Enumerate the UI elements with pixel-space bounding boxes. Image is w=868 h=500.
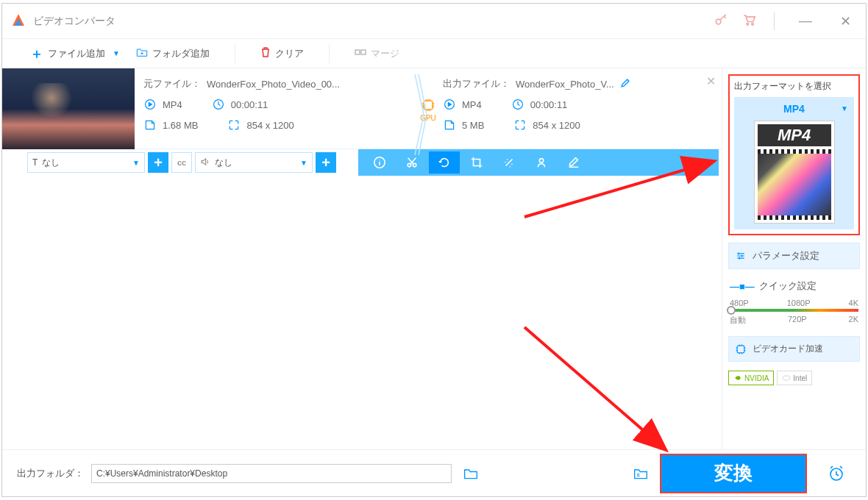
output-size: 5 MB	[462, 120, 484, 131]
param-label: パラメータ設定	[753, 249, 819, 262]
resolution-icon	[227, 118, 241, 132]
browse-folder-button[interactable]	[459, 462, 483, 485]
file-item: 元ファイル： WonderFox_Photo_Video_00... MP4 0…	[2, 68, 722, 149]
close-button[interactable]: ✕	[832, 8, 858, 35]
quality-4k: 4K	[849, 299, 858, 307]
clock-icon	[511, 98, 524, 111]
svg-point-2	[752, 23, 754, 25]
filesize-icon	[143, 118, 157, 132]
source-size: 1.68 MB	[163, 120, 198, 131]
edit-toolbar: T なし ▼ + cc なし ▼ +	[2, 149, 722, 176]
clock-icon	[212, 98, 225, 111]
svg-point-1	[747, 23, 749, 25]
add-folder-label: フォルダ追加	[152, 47, 210, 60]
alarm-button[interactable]	[822, 459, 851, 488]
remove-file-button[interactable]: ✕	[706, 74, 716, 88]
filesize-icon	[443, 118, 456, 132]
dash-icon: —■—	[730, 281, 755, 292]
watermark-button[interactable]	[526, 151, 557, 174]
bottom-bar: 出力フォルダ： 変換	[2, 449, 866, 496]
parameter-settings-button[interactable]: パラメータ設定	[728, 243, 860, 269]
video-thumbnail[interactable]	[2, 68, 135, 149]
effects-button[interactable]	[494, 151, 524, 174]
source-format: MP4	[163, 99, 182, 110]
chevron-down-icon: ▼	[841, 104, 848, 113]
format-panel: 出力フォーマットを選択 MP4 ▼ MP4	[728, 74, 860, 235]
crop-button[interactable]	[461, 151, 492, 174]
output-resolution: 854 x 1200	[533, 120, 580, 131]
svg-point-15	[783, 376, 791, 380]
source-duration: 00:00:11	[231, 99, 268, 110]
source-file-label: 元ファイル：	[143, 77, 201, 90]
slider-thumb[interactable]	[727, 306, 736, 315]
rotate-button[interactable]	[429, 151, 460, 174]
quality-720p: 720P	[788, 315, 807, 326]
add-file-button[interactable]: ＋ ファイル追加 ▼	[24, 42, 126, 65]
gpu-accel-label: ビデオカード加速	[753, 343, 823, 355]
output-file-name: WonderFox_Photo_V...	[516, 79, 614, 90]
audio-value: なし	[215, 157, 232, 169]
chevron-down-icon: ▼	[132, 159, 140, 167]
subtitle-select[interactable]: T なし ▼	[27, 152, 145, 173]
add-audio-button[interactable]: +	[316, 152, 336, 173]
nvidia-label: NVIDIA	[744, 374, 769, 382]
svg-rect-14	[737, 346, 744, 353]
cart-icon[interactable]	[741, 12, 756, 30]
svg-rect-4	[361, 50, 366, 54]
app-title: ビデオコンバータ	[33, 15, 714, 28]
edit-button[interactable]	[558, 151, 589, 174]
text-icon: T	[32, 157, 38, 168]
key-icon[interactable]	[714, 12, 728, 30]
trash-icon	[260, 46, 271, 60]
output-file-label: 出力ファイル：	[443, 77, 510, 90]
format-selector[interactable]: MP4 ▼ MP4	[734, 97, 854, 229]
intel-badge[interactable]: Intel	[777, 371, 812, 385]
info-button[interactable]	[364, 151, 395, 174]
format-badge: MP4	[758, 124, 831, 146]
add-subtitle-button[interactable]: +	[148, 152, 168, 173]
output-folder-input[interactable]	[91, 464, 452, 483]
cc-button[interactable]: cc	[171, 152, 192, 173]
quick-settings-panel: —■— クイック設定 480P 1080P 4K 自動 720P 2K	[728, 276, 860, 329]
svg-point-13	[539, 159, 543, 162]
add-file-label: ファイル追加	[48, 47, 105, 60]
output-folder-label: 出力フォルダ：	[17, 467, 84, 480]
quality-auto: 自動	[730, 315, 746, 326]
folder-plus-icon	[136, 47, 148, 60]
quality-slider[interactable]	[730, 309, 858, 312]
nvidia-badge[interactable]: NVIDIA	[728, 371, 774, 385]
clear-label: クリア	[275, 47, 304, 60]
quality-2k: 2K	[849, 315, 858, 326]
svg-point-11	[408, 163, 411, 167]
source-resolution: 854 x 1200	[246, 120, 294, 131]
audio-select[interactable]: なし ▼	[195, 152, 313, 173]
merge-icon	[355, 46, 366, 60]
edit-icon[interactable]	[620, 78, 630, 90]
main-toolbar: ＋ ファイル追加 ▼ フォルダ追加 クリア マージ	[2, 39, 866, 68]
title-bar: ビデオコンバータ — ✕	[2, 4, 866, 39]
svg-point-12	[413, 163, 416, 167]
add-folder-button[interactable]: フォルダ追加	[130, 44, 216, 63]
merge-button[interactable]: マージ	[349, 43, 405, 63]
source-file-name: WonderFox_Photo_Video_00...	[207, 79, 340, 90]
speaker-icon	[200, 157, 210, 169]
resolution-icon	[513, 118, 527, 132]
svg-rect-3	[355, 50, 360, 54]
convert-button[interactable]: 変換	[660, 454, 807, 493]
format-icon	[443, 98, 456, 111]
format-preview: MP4	[754, 121, 835, 224]
output-format: MP4	[462, 99, 482, 110]
minimize-button[interactable]: —	[792, 8, 819, 35]
right-panel: 出力フォーマットを選択 MP4 ▼ MP4 パラメータ設定	[722, 68, 866, 449]
open-folder-button[interactable]	[629, 462, 652, 485]
chevron-down-icon[interactable]: ▼	[113, 49, 120, 57]
subtitle-value: なし	[42, 157, 60, 169]
format-selected: MP4	[783, 103, 805, 115]
intel-label: Intel	[793, 374, 807, 382]
format-icon	[143, 98, 157, 111]
merge-label: マージ	[371, 47, 399, 60]
clear-button[interactable]: クリア	[255, 43, 310, 63]
gpu-accel-button[interactable]: ビデオカード加速	[728, 336, 860, 362]
output-duration: 00:00:11	[530, 99, 568, 110]
svg-point-0	[716, 19, 721, 24]
